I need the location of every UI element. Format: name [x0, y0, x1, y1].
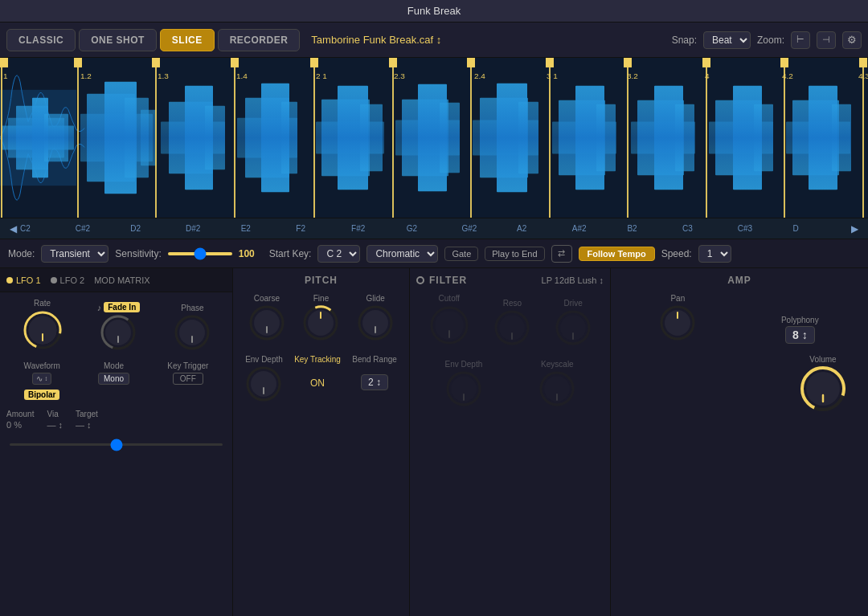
bipolar-tag[interactable]: Bipolar	[24, 390, 59, 400]
filter-header: FILTER LP 12dB Lush ↕	[416, 275, 604, 286]
keyscale-knob-group: Keyscale	[539, 360, 575, 410]
key-b2: B2	[627, 224, 682, 233]
volume-knob[interactable]	[800, 366, 845, 414]
key-c2: C2	[20, 224, 76, 233]
reso-knob[interactable]	[494, 310, 530, 349]
lfo2-label: LFO 2	[60, 275, 85, 285]
svg-rect-19	[281, 102, 297, 174]
svg-rect-53	[152, 58, 160, 67]
key-tracking-value[interactable]: ON	[310, 377, 325, 389]
key-nav-left[interactable]: ◀	[6, 223, 20, 235]
filter-panel: FILTER LP 12dB Lush ↕ Cutoff Reso	[410, 268, 611, 616]
key-trigger-label: Key Trigger	[167, 361, 208, 370]
mode-select[interactable]: Transient	[41, 245, 108, 263]
polyphony-label: Polyphony	[781, 316, 819, 324]
chromatic-select[interactable]: Chromatic	[366, 245, 438, 263]
pan-knob[interactable]	[660, 305, 695, 344]
start-key-select[interactable]: C 2	[317, 245, 360, 263]
keyscale-label: Keyscale	[541, 360, 574, 369]
pitch-envdepth-knob-group: Env Depth	[245, 355, 283, 405]
fine-label: Fine	[313, 294, 329, 303]
svg-text:1: 1	[3, 71, 8, 80]
polyphony-value[interactable]: 8 ↕	[785, 326, 815, 344]
lfo1-indicator	[6, 277, 13, 284]
top-controls: CLASSIC ONE SHOT SLICE RECORDER Tamborin…	[0, 22, 868, 58]
zoom-full-button[interactable]: ⊣	[817, 31, 836, 49]
filter-envdepth-knob[interactable]	[446, 371, 481, 410]
key-label-strip: C2 C#2 D2 D#2 E2 F2 F#2 G2 G#2 A2 A#2 B2…	[20, 224, 848, 233]
reso-knob-group: Reso	[494, 299, 530, 349]
loop-toggle-button[interactable]: ⇄	[551, 245, 572, 263]
cutoff-knob-group: Cutoff	[429, 294, 469, 349]
amount-slider-row	[6, 434, 226, 449]
via-group: Via — ↕	[47, 410, 63, 430]
phase-knob[interactable]	[174, 315, 210, 353]
note-icon: ♪	[97, 303, 102, 312]
snap-select[interactable]: Beat	[703, 31, 751, 49]
settings-button[interactable]: ⚙	[842, 31, 862, 49]
play-to-end-button[interactable]: Play to End	[485, 247, 544, 261]
pitch-envdepth-knob[interactable]	[246, 366, 281, 405]
keyscale-knob[interactable]	[539, 371, 575, 410]
svg-text:4.2: 4.2	[782, 71, 793, 80]
snap-zoom-area: Snap: Beat Zoom: ⊢ ⊣ ⚙	[672, 31, 862, 49]
bottom-section: LFO 1 LFO 2 MOD MATRIX Rate	[0, 268, 868, 616]
key-nav-right[interactable]: ▶	[848, 223, 862, 235]
zoom-fit-button[interactable]: ⊢	[791, 31, 810, 49]
cutoff-knob[interactable]	[429, 305, 469, 349]
phase-knob-group: Phase	[174, 304, 210, 353]
via-value[interactable]: — ↕	[47, 420, 63, 430]
amount-label: Amount	[6, 410, 34, 418]
svg-rect-69	[780, 58, 788, 67]
speed-select[interactable]: 1	[698, 245, 731, 263]
fine-knob[interactable]	[303, 305, 338, 344]
coarse-knob[interactable]	[249, 305, 285, 344]
rate-knob[interactable]	[23, 310, 63, 353]
mode-oneshot-button[interactable]: ONE SHOT	[79, 29, 157, 51]
follow-tempo-button[interactable]: Follow Tempo	[579, 247, 655, 261]
svg-rect-52	[155, 58, 157, 218]
glide-knob[interactable]	[358, 305, 393, 344]
bend-range-value[interactable]: 2 ↕	[361, 374, 388, 390]
filter-envdepth-knob-group: Env Depth	[445, 360, 483, 410]
svg-rect-57	[310, 58, 318, 67]
drive-knob[interactable]	[555, 310, 591, 349]
lfo1-tab[interactable]: LFO 1	[6, 275, 41, 285]
svg-rect-55	[231, 58, 239, 67]
lfo2-indicator	[51, 277, 57, 284]
filter-power-icon[interactable]	[416, 276, 424, 284]
key-trigger-value[interactable]: OFF	[173, 373, 203, 385]
svg-rect-58	[392, 58, 394, 218]
amp-panel: AMP Pan Polyphony 8 ↕	[611, 268, 868, 616]
mode-classic-button[interactable]: CLASSIC	[6, 29, 76, 51]
mode-slice-button[interactable]: SLICE	[160, 29, 215, 51]
via-label: Via	[47, 410, 58, 418]
svg-rect-15	[205, 106, 225, 170]
fadein-knob[interactable]	[100, 315, 136, 353]
mode-recorder-button[interactable]: RECORDER	[218, 29, 301, 51]
svg-text:2.4: 2.4	[474, 71, 485, 80]
svg-rect-56	[313, 58, 315, 218]
amount-slider[interactable]	[10, 443, 223, 446]
pitch-title: PITCH	[240, 275, 403, 286]
mode-value[interactable]: Mono	[98, 373, 129, 385]
waveform-label: Waveform	[24, 361, 60, 370]
lfo2-tab[interactable]: LFO 2	[51, 275, 85, 285]
filter-knobs-top: Cutoff Reso	[416, 294, 604, 349]
pan-knob-group: Pan	[660, 294, 695, 344]
gate-button[interactable]: Gate	[444, 247, 478, 261]
filter-subtitle[interactable]: LP 12dB Lush ↕	[542, 275, 604, 285]
filename-display[interactable]: Tamborine Funk Break.caf ↕	[311, 34, 668, 46]
target-value[interactable]: — ↕	[76, 420, 92, 430]
svg-rect-68	[784, 58, 785, 218]
key-tracking-label: Key Tracking	[294, 355, 341, 364]
sensitivity-value: 100	[239, 248, 263, 259]
svg-rect-47	[832, 104, 851, 172]
target-group: Target — ↕	[76, 410, 98, 430]
amp-header: AMP	[617, 275, 862, 286]
mod-matrix-tab[interactable]: MOD MATRIX	[94, 275, 149, 285]
waveform-container[interactable]: 1 1.2 1.3 1.4 2 1 2.3 2.4 3 1 3.2 4 4.2 …	[0, 58, 868, 218]
waveform-select[interactable]: ∿↕	[32, 373, 51, 385]
sensitivity-slider[interactable]	[168, 252, 232, 255]
drive-label: Drive	[563, 299, 582, 308]
